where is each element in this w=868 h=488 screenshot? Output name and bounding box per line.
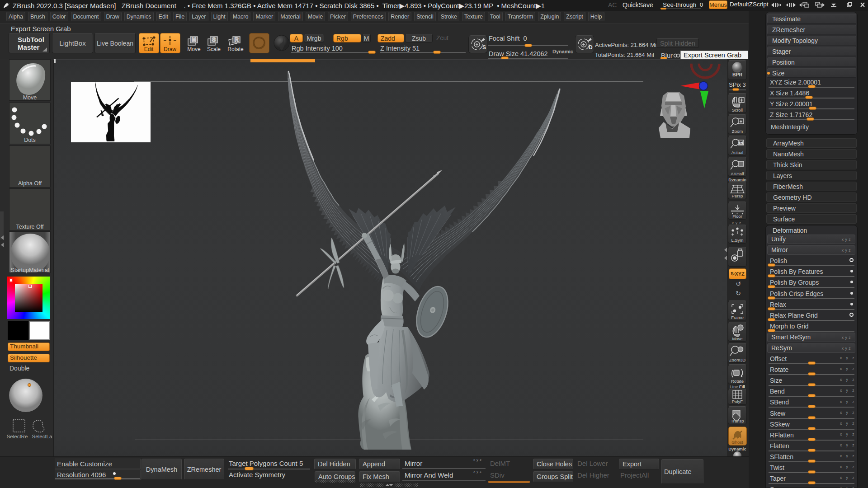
svg-text:AAHalf: AAHalf (731, 171, 744, 176)
svg-text:M: M (192, 37, 196, 43)
svg-text:Zoom3D: Zoom3D (729, 357, 746, 362)
svg-text:S: S (482, 44, 486, 51)
svg-text:R: R (235, 37, 239, 43)
svg-text:Ghost: Ghost (731, 440, 743, 445)
svg-text:Zoom: Zoom (732, 129, 743, 134)
svg-text:S: S (212, 37, 216, 43)
svg-text:Draw: Draw (164, 46, 176, 52)
svg-text:BPR: BPR (732, 72, 743, 77)
svg-text:D: D (589, 44, 593, 51)
svg-text:Scale: Scale (207, 46, 221, 52)
svg-text:Actual: Actual (731, 150, 743, 155)
svg-text:Move: Move (187, 46, 201, 52)
svg-text:PolyF: PolyF (732, 399, 743, 404)
svg-text:Rotate: Rotate (227, 46, 244, 52)
svg-text:Rotate: Rotate (731, 379, 744, 384)
svg-text:1:1: 1:1 (738, 141, 744, 145)
svg-text:Move: Move (732, 336, 742, 341)
svg-text:L.Sym: L.Sym (731, 238, 744, 243)
svg-text:Frame: Frame (731, 315, 743, 320)
svg-text:Persp: Persp (732, 193, 743, 198)
svg-text:Transp: Transp (731, 418, 744, 423)
svg-text:Edit: Edit (144, 46, 154, 52)
svg-text:Floor: Floor (732, 214, 742, 219)
svg-text:Scroll: Scroll (732, 108, 743, 113)
